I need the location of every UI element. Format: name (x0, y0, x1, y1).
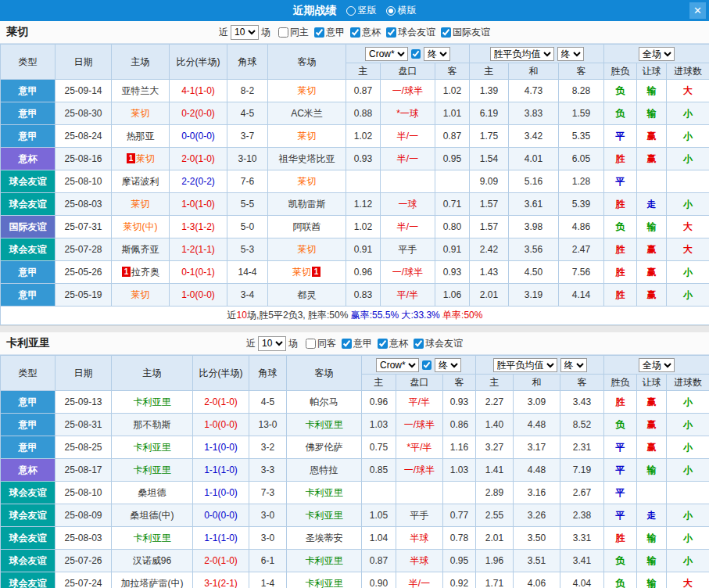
match-score: 0-2(0-0) (170, 102, 227, 125)
checkbox-球会友谊[interactable] (386, 27, 396, 38)
checkbox-意甲[interactable] (342, 339, 352, 349)
filter-checkbox-意杯[interactable]: 意杯 (350, 26, 381, 39)
corner-score: 13-0 (249, 414, 287, 436)
handicap-line: 半/一 (381, 148, 435, 170)
full-match-select[interactable]: 全场 (639, 358, 675, 372)
recent-results-panel: 近期战绩 竖版横版 ✕ 莱切 近 10 场 同主意甲意杯球会友谊国际友谊 类型 … (0, 0, 709, 588)
checkbox-球会友谊[interactable] (414, 339, 424, 349)
checkbox-同主[interactable] (278, 27, 288, 38)
checkbox-同客[interactable] (306, 339, 316, 349)
avg-draw-odds: 4.50 (509, 261, 559, 284)
checkbox-意杯[interactable] (378, 339, 388, 349)
home-team-cell: 亚特兰大 (112, 80, 170, 102)
odds-provider-select[interactable]: Crow* (365, 47, 408, 61)
avg-odds-select[interactable]: 胜平负均值 (493, 358, 557, 372)
avg-draw-odds: 4.48 (514, 459, 560, 482)
filter-checkbox-国际友谊[interactable]: 国际友谊 (441, 26, 490, 39)
stats-summary-segment: 赢率:55.5% (351, 310, 402, 321)
filter-checkbox-球会友谊[interactable]: 球会友谊 (414, 337, 463, 350)
filter-checkbox-同客[interactable]: 同客 (306, 337, 336, 350)
odds-home-value: 0.85 (362, 459, 396, 482)
league-type-badge: 意甲 (1, 125, 56, 148)
team-title: 莱切 (6, 25, 28, 39)
filter-checkbox-意杯[interactable]: 意杯 (378, 337, 408, 350)
avg-home-odds: 1.96 (476, 550, 514, 572)
odds-provider-select[interactable]: Crow* (376, 358, 419, 372)
match-row: 意甲25-08-30莱切0-2(0-0)4-5AC米兰0.88*一球1.016.… (1, 102, 709, 125)
odds-home-value: 1.02 (346, 216, 381, 238)
home-team-cell: 卡利亚里 (112, 527, 193, 550)
league-type-badge: 意甲 (1, 414, 56, 436)
handicap-line: *平/半 (396, 436, 443, 459)
col-header-away: 客场 (268, 45, 346, 80)
avg-home-odds: 1.40 (476, 414, 514, 436)
filter-checkbox-球会友谊[interactable]: 球会友谊 (386, 26, 435, 39)
away-team-cell: 恩特拉 (287, 459, 362, 482)
goals-result: 小 (667, 193, 709, 216)
handicap-result: 赢 (637, 391, 667, 414)
final-odds-checkbox[interactable] (411, 49, 421, 59)
away-team-cell: 卡利亚里 (287, 550, 362, 572)
goals-result: 小 (667, 504, 709, 527)
layout-radio-竖版[interactable]: 竖版 (346, 4, 377, 17)
stats-summary: 近10场,胜5平2负3, 胜率:50% 赢率:55.5% 大:33.3% 单率:… (1, 307, 709, 325)
home-team-cell: 汉诺威96 (112, 550, 193, 572)
handicap-line: 半球 (396, 527, 443, 550)
match-score: 2-2(0-2) (170, 170, 227, 193)
team-name-text: 摩诺波利 (122, 176, 159, 187)
col-header-corner: 角球 (249, 356, 287, 391)
match-date: 25-08-24 (56, 125, 112, 148)
col-header-type: 类型 (1, 45, 56, 80)
goals-result: 大 (667, 238, 709, 261)
full-match-select[interactable]: 全场 (639, 47, 675, 61)
final-odds-select[interactable]: 终 (424, 47, 450, 61)
avg-draw-odds: 3.17 (514, 436, 560, 459)
avg-draw-odds: 3.19 (509, 284, 559, 307)
filter-checkbox-同主[interactable]: 同主 (278, 26, 309, 39)
final-odds-select[interactable]: 终 (435, 358, 461, 372)
team-name-text: 卡利亚里 (306, 555, 343, 566)
handicap-line (396, 482, 443, 504)
avg-odds-select[interactable]: 胜平负均值 (490, 47, 554, 61)
match-row: 意甲25-05-19莱切1-0(0-0)3-4都灵0.83平/半1.062.01… (1, 284, 709, 307)
avg-draw-odds: 4.48 (514, 414, 560, 436)
match-count-select[interactable]: 10 (258, 336, 286, 351)
match-row: 意甲25-09-13卡利亚里2-0(1-0)4-5帕尔马0.96平/半0.932… (1, 391, 709, 414)
layout-radio-横版[interactable]: 横版 (386, 4, 417, 17)
team-name-text: 祖华史塔比亚 (279, 153, 335, 164)
match-score: 4-1(1-0) (170, 80, 227, 102)
corner-score: 5-5 (227, 193, 268, 216)
final-odds-checkbox[interactable] (422, 360, 431, 370)
odds-away-value: 0.93 (435, 261, 470, 284)
odds-home-value: 1.12 (346, 193, 381, 216)
match-row: 意杯25-08-161莱切2-0(1-0)3-10祖华史塔比亚0.93半/一0.… (1, 148, 709, 170)
handicap-line: 一/球半 (396, 414, 443, 436)
subcol-avg-draw: 和 (509, 63, 559, 80)
goals-result: 大 (667, 80, 709, 102)
filter-bar: 近 10 场 同主意甲意杯球会友谊国际友谊 (219, 25, 490, 40)
scope-header-cell: 全场 (604, 45, 709, 63)
corner-score: 3-0 (249, 504, 287, 527)
match-date: 25-08-17 (56, 459, 112, 482)
close-button[interactable]: ✕ (689, 2, 706, 19)
filter-checkbox-意甲[interactable]: 意甲 (314, 26, 345, 39)
layout-radio-group: 竖版横版 (346, 4, 417, 17)
filter-checkbox-label: 同主 (290, 26, 309, 39)
checkbox-国际友谊[interactable] (441, 27, 451, 38)
checkbox-意杯[interactable] (350, 27, 360, 38)
final-avg-select[interactable]: 终 (560, 358, 587, 372)
avg-away-odds: 1.28 (559, 170, 604, 193)
home-team-cell: 摩诺波利 (112, 170, 170, 193)
league-type-badge: 球会友谊 (1, 193, 56, 216)
corner-score: 3-7 (227, 125, 268, 148)
filter-checkbox-意甲[interactable]: 意甲 (342, 337, 372, 350)
checkbox-意甲[interactable] (314, 27, 324, 38)
match-row: 球会友谊25-08-10桑坦德1-1(0-0)7-3卡利亚里2.893.162.… (1, 482, 709, 504)
match-score: 1-1(0-0) (193, 436, 249, 459)
odds-home-value: 0.91 (346, 238, 381, 261)
corner-score: 3-4 (227, 284, 268, 307)
final-avg-select[interactable]: 终 (557, 47, 584, 61)
match-count-select[interactable]: 10 (231, 25, 259, 40)
avg-header-cell: 胜平负均值 终 (470, 45, 604, 63)
match-date: 25-08-09 (56, 504, 112, 527)
